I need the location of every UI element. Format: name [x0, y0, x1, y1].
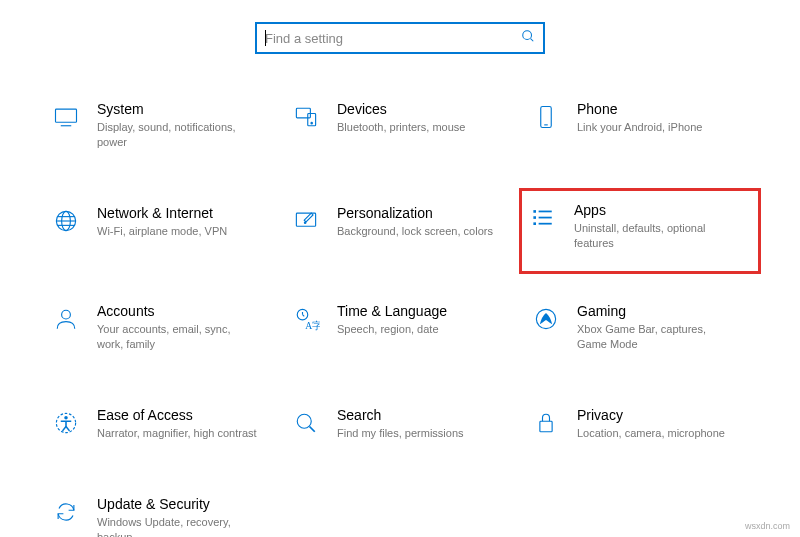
tile-desc: Link your Android, iPhone — [577, 120, 737, 135]
svg-point-22 — [62, 310, 71, 319]
devices-icon — [291, 102, 321, 132]
svg-line-25 — [303, 314, 305, 316]
tile-desc: Wi-Fi, airplane mode, VPN — [97, 224, 257, 239]
tile-search[interactable]: Search Find my files, permissions — [285, 400, 515, 447]
tile-title: Accounts — [97, 302, 269, 320]
person-icon — [51, 304, 81, 334]
svg-point-6 — [311, 122, 312, 123]
tile-desc: Uninstall, defaults, optional features — [574, 221, 734, 251]
system-icon — [51, 102, 81, 132]
search-icon — [521, 29, 535, 47]
search-input[interactable] — [265, 31, 521, 46]
tile-desc: Xbox Game Bar, captures, Game Mode — [577, 322, 737, 352]
tile-devices[interactable]: Devices Bluetooth, printers, mouse — [285, 94, 515, 156]
tile-desc: Display, sound, notifications, power — [97, 120, 257, 150]
tile-title: Search — [337, 406, 509, 424]
svg-rect-2 — [56, 109, 77, 122]
magnifier-icon — [291, 408, 321, 438]
tile-title: Update & Security — [97, 495, 269, 513]
tile-update-security[interactable]: Update & Security Windows Update, recove… — [45, 489, 275, 537]
svg-text:A字: A字 — [305, 319, 320, 330]
search-container — [0, 0, 800, 94]
tile-phone[interactable]: Phone Link your Android, iPhone — [525, 94, 755, 156]
svg-rect-20 — [533, 222, 536, 225]
globe-icon — [51, 206, 81, 236]
svg-point-29 — [64, 416, 68, 420]
tile-title: System — [97, 100, 269, 118]
tile-desc: Location, camera, microphone — [577, 426, 737, 441]
paintbrush-icon — [291, 206, 321, 236]
tile-personalization[interactable]: Personalization Background, lock screen,… — [285, 198, 515, 254]
tile-title: Time & Language — [337, 302, 509, 320]
svg-point-15 — [304, 221, 307, 224]
tile-desc: Find my files, permissions — [337, 426, 497, 441]
tile-desc: Background, lock screen, colors — [337, 224, 497, 239]
phone-icon — [531, 102, 561, 132]
tile-desc: Your accounts, email, sync, work, family — [97, 322, 257, 352]
tile-title: Privacy — [577, 406, 749, 424]
watermark: wsxdn.com — [745, 521, 790, 531]
tile-title: Phone — [577, 100, 749, 118]
svg-point-0 — [523, 31, 532, 40]
tile-apps[interactable]: Apps Uninstall, defaults, optional featu… — [519, 188, 761, 274]
tile-title: Ease of Access — [97, 406, 269, 424]
tile-accounts[interactable]: Accounts Your accounts, email, sync, wor… — [45, 296, 275, 358]
tile-time-language[interactable]: A字 Time & Language Speech, region, date — [285, 296, 515, 358]
tile-title: Gaming — [577, 302, 749, 320]
tile-desc: Narrator, magnifier, high contrast — [97, 426, 257, 441]
tile-desc: Bluetooth, printers, mouse — [337, 120, 497, 135]
settings-grid: System Display, sound, notifications, po… — [0, 94, 800, 537]
svg-rect-32 — [540, 421, 552, 432]
list-icon — [528, 203, 558, 233]
tile-title: Personalization — [337, 204, 509, 222]
svg-rect-18 — [533, 216, 536, 219]
tile-network[interactable]: Network & Internet Wi-Fi, airplane mode,… — [45, 198, 275, 254]
lock-icon — [531, 408, 561, 438]
tile-system[interactable]: System Display, sound, notifications, po… — [45, 94, 275, 156]
tile-privacy[interactable]: Privacy Location, camera, microphone — [525, 400, 755, 447]
tile-desc: Speech, region, date — [337, 322, 497, 337]
time-language-icon: A字 — [291, 304, 321, 334]
svg-line-31 — [310, 426, 315, 431]
svg-point-30 — [297, 414, 311, 428]
svg-rect-16 — [533, 210, 536, 213]
sync-icon — [51, 497, 81, 527]
svg-line-1 — [531, 39, 534, 42]
gaming-icon — [531, 304, 561, 334]
tile-title: Apps — [574, 201, 752, 219]
tile-ease-of-access[interactable]: Ease of Access Narrator, magnifier, high… — [45, 400, 275, 447]
tile-gaming[interactable]: Gaming Xbox Game Bar, captures, Game Mod… — [525, 296, 755, 358]
text-cursor — [265, 30, 266, 46]
tile-title: Devices — [337, 100, 509, 118]
ease-of-access-icon — [51, 408, 81, 438]
tile-title: Network & Internet — [97, 204, 269, 222]
search-box[interactable] — [255, 22, 545, 54]
tile-desc: Windows Update, recovery, backup — [97, 515, 257, 537]
